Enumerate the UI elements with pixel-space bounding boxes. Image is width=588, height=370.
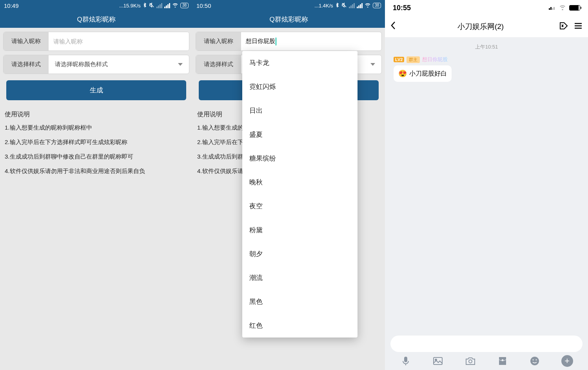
menu-icon[interactable] (574, 22, 583, 31)
chat-header: 小刀娱乐网(2) (385, 16, 588, 37)
style-row: 请选择样式 请选择昵称颜色样式 (3, 55, 189, 74)
instructions: 使用说明 1.输入想要生成的昵称到昵称框中 2.输入完毕后在下方选择样式即可生成… (0, 104, 192, 188)
chevron-down-icon (370, 63, 375, 66)
instruction-line: 3.生成成功后到群聊中修改自己在群里的昵称即可 (5, 153, 188, 161)
nickname-row: 请输入昵称 想日你屁股 (196, 32, 382, 51)
wifi-icon (172, 3, 178, 9)
nickname-input[interactable]: 想日你屁股 (241, 32, 381, 51)
svg-point-13 (533, 359, 534, 361)
dropdown-item[interactable]: 日出 (242, 99, 358, 123)
signal-icon-sim1 (156, 3, 162, 8)
nickname-label: 请输入昵称 (196, 32, 241, 51)
screen-generator-dropdown: 10:50 ...1.4K/s 38 Q群炫彩昵称 请输入昵称 想日你屁股 (192, 0, 385, 370)
signal-icon-sim1 (349, 3, 355, 8)
image-icon[interactable] (432, 355, 444, 367)
dropdown-item[interactable]: 盛夏 (242, 123, 358, 146)
style-placeholder: 请选择昵称颜色样式 (55, 61, 108, 68)
bluetooth-icon (335, 2, 339, 9)
dropdown-item[interactable]: 红色 (242, 314, 358, 338)
svg-rect-3 (554, 7, 555, 10)
style-label: 请选择样式 (196, 55, 241, 74)
instruction-line: 4.软件仅供娱乐请勿用于非法和商业用途否则后果自负 (5, 168, 188, 175)
dropdown-item[interactable]: 马卡龙 (242, 51, 358, 75)
svg-rect-2 (552, 8, 553, 10)
instructions-title: 使用说明 (5, 110, 188, 119)
style-dropdown: 马卡龙 霓虹闪烁 日出 盛夏 糖果缤纷 晚秋 夜空 粉黛 朝夕 潮流 黑色 红色 (242, 51, 358, 338)
tag-icon[interactable] (559, 22, 568, 32)
signal-icon-sim2 (357, 3, 363, 8)
network-speed: ...15.9K/s (119, 3, 141, 9)
dropdown-item[interactable]: 潮流 (242, 266, 358, 290)
nickname-label: 请输入昵称 (4, 32, 49, 51)
sender-nickname: 想日你屁股 (422, 56, 448, 63)
network-speed: ...1.4K/s (314, 3, 333, 9)
redpacket-icon[interactable] (497, 355, 508, 367)
status-indicators: ...1.4K/s 38 (314, 2, 381, 9)
camera-icon[interactable] (465, 355, 476, 367)
chevron-down-icon (178, 63, 183, 66)
owner-badge: 群主 (407, 56, 420, 63)
battery-indicator: 38 (180, 3, 189, 8)
plus-icon[interactable]: + (561, 355, 573, 367)
status-time: 10:49 (4, 2, 19, 9)
screen-generator-empty: 10:49 ...15.9K/s 38 Q群炫彩昵称 请输入昵称 请选择样式 (0, 0, 192, 370)
status-bar: 10:50 ...1.4K/s 38 (192, 0, 385, 11)
screen-chat: 10:55 小刀娱乐网(2) 上午10:51 LV2 (385, 0, 588, 370)
svg-rect-8 (434, 357, 442, 365)
nickname-row: 请输入昵称 (3, 32, 189, 51)
message-bubble[interactable]: 😍 小刀屁股好白 (394, 65, 452, 82)
dropdown-item[interactable]: 粉黛 (242, 218, 358, 242)
status-time: 10:50 (196, 2, 211, 9)
app-title: Q群炫彩昵称 (192, 11, 385, 28)
emoji-icon[interactable] (529, 355, 541, 367)
instruction-line: 2.输入完毕后在下方选择样式即可生成炫彩昵称 (5, 139, 188, 146)
dropdown-item[interactable]: 夜空 (242, 194, 358, 218)
battery-icon (569, 5, 580, 11)
text-cursor (276, 38, 276, 45)
svg-rect-7 (404, 357, 407, 362)
heart-eyes-emoji: 😍 (398, 69, 407, 78)
style-label: 请选择样式 (4, 55, 49, 74)
back-button[interactable] (390, 20, 402, 32)
bluetooth-icon (143, 2, 147, 9)
svg-rect-1 (550, 7, 552, 10)
dropdown-item[interactable]: 霓虹闪烁 (242, 75, 358, 99)
status-indicators (549, 5, 580, 11)
app-title: Q群炫彩昵称 (0, 11, 192, 28)
nickname-input[interactable] (49, 32, 189, 51)
message-timestamp: 上午10:51 (391, 43, 582, 51)
status-indicators: ...15.9K/s 38 (119, 2, 189, 9)
svg-point-12 (530, 357, 539, 365)
svg-point-14 (536, 359, 537, 361)
chat-body: 上午10:51 LV2 群主 想日你屁股 😍 小刀屁股好白 (385, 37, 588, 88)
style-select[interactable]: 请选择昵称颜色样式 (49, 55, 189, 74)
instruction-line: 1.输入想要生成的昵称到昵称框中 (5, 124, 188, 132)
dropdown-item[interactable]: 晚秋 (242, 170, 358, 194)
generate-button[interactable]: 生成 (6, 80, 186, 100)
mute-icon (341, 2, 347, 9)
chat-input[interactable] (390, 336, 583, 352)
dropdown-item[interactable]: 黑色 (242, 290, 358, 314)
dropdown-item[interactable]: 朝夕 (242, 242, 358, 266)
sim-icon (549, 5, 556, 11)
svg-point-10 (469, 360, 472, 363)
status-bar: 10:49 ...15.9K/s 38 (0, 0, 192, 11)
mute-icon (149, 2, 154, 9)
nickname-value: 想日你屁股 (246, 38, 275, 45)
message-meta: LV2 群主 想日你屁股 (394, 56, 582, 63)
chat-toolbar: + (385, 355, 588, 367)
signal-icon-sim2 (164, 3, 170, 8)
dropdown-item[interactable]: 糖果缤纷 (242, 146, 358, 170)
level-badge: LV2 (394, 57, 404, 62)
status-bar: 10:55 (385, 0, 588, 16)
status-time: 10:55 (393, 4, 411, 12)
chat-title: 小刀娱乐网(2) (402, 22, 559, 32)
battery-indicator: 38 (373, 3, 381, 8)
wifi-icon (365, 3, 371, 9)
message-text: 小刀屁股好白 (409, 70, 447, 78)
wifi-icon (559, 5, 566, 11)
voice-icon[interactable] (400, 355, 412, 367)
svg-rect-0 (549, 8, 550, 10)
svg-point-11 (502, 359, 504, 361)
